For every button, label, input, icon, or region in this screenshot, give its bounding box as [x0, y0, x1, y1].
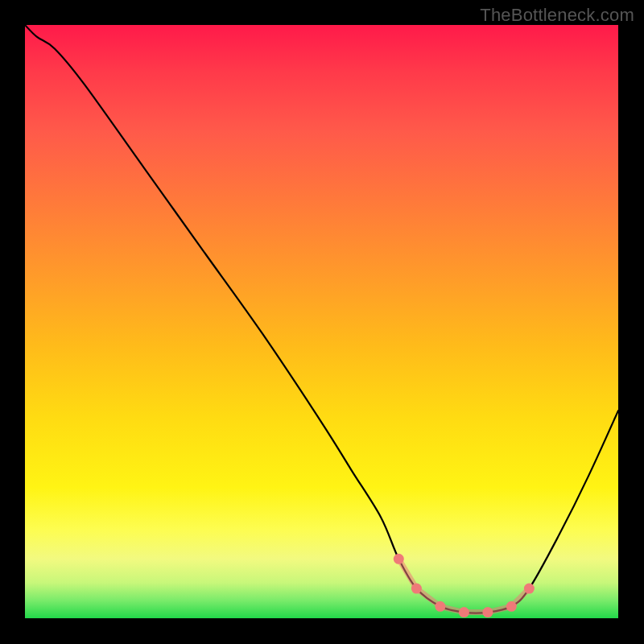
flat-zone-dot [394, 554, 404, 564]
flat-zone-dot [411, 584, 422, 594]
flat-zone-dot [524, 584, 535, 594]
flat-zone-dot [506, 601, 517, 612]
curve-path [25, 25, 618, 613]
flat-zone-markers [394, 554, 535, 617]
watermark-text: TheBottleneck.com [480, 5, 634, 26]
flat-zone-dot [435, 601, 445, 612]
flat-zone-dot [459, 607, 469, 617]
bottleneck-curve [25, 25, 618, 618]
flat-zone-dot [482, 607, 493, 617]
plot-area [25, 25, 618, 618]
